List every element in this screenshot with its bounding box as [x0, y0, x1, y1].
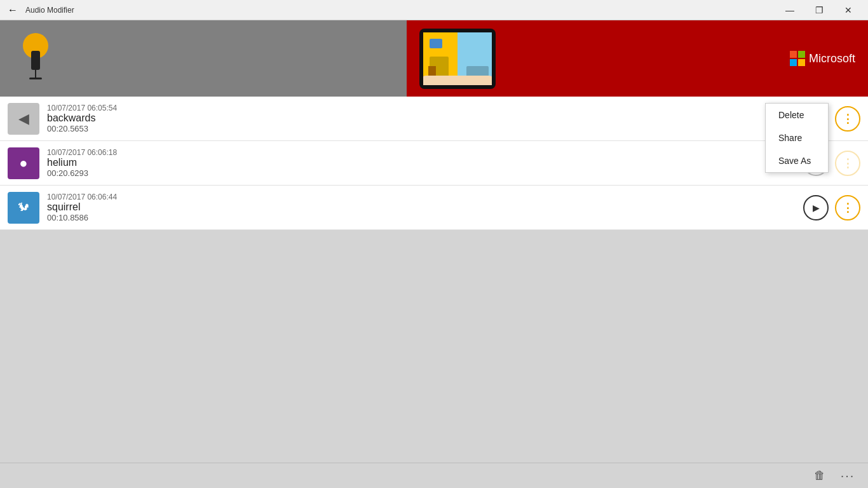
recording-duration: 00:10.8586 [47, 213, 803, 222]
recording-info-backwards: 10/07/2017 06:05:54 backwards 00:20.5653 [47, 104, 803, 133]
app-logo [10, 33, 61, 84]
recording-duration: 00:20.6293 [47, 168, 803, 178]
header-right: Microsoft [407, 20, 868, 97]
recording-thumb-backwards: ◀ [8, 103, 39, 135]
bottom-bar: 🗑 ··· [0, 463, 868, 488]
back-button[interactable] [5, 3, 20, 18]
microsoft-logo: Microsoft [790, 51, 855, 66]
more-button-helium[interactable]: ⋮ [835, 151, 860, 176]
context-menu-share[interactable]: Share [766, 126, 828, 149]
window-controls: — ❐ ✕ [775, 0, 863, 20]
more-options-button[interactable]: ··· [837, 466, 858, 486]
play-button-squirrel[interactable] [803, 195, 829, 220]
mic-base [29, 78, 42, 79]
recording-thumb-squirrel: 🐿 [8, 192, 39, 224]
dots-icon: ⋮ [842, 112, 853, 126]
recording-date: 10/07/2017 06:06:18 [47, 148, 803, 157]
back-icon [8, 4, 18, 16]
more-button-squirrel[interactable]: ⋮ [835, 195, 860, 220]
recording-date: 10/07/2017 06:05:54 [47, 104, 803, 112]
header-left [0, 20, 407, 97]
recording-name: squirrel [47, 201, 803, 213]
tablet-illustration [423, 32, 492, 85]
recording-item: 🐿 10/07/2017 06:06:44 squirrel 00:10.858… [0, 186, 868, 230]
context-menu: Delete Share Save As [765, 103, 829, 173]
context-menu-delete[interactable]: Delete [766, 104, 828, 126]
recording-duration: 00:20.5653 [47, 124, 803, 133]
recording-thumb-helium: ● [8, 147, 39, 179]
recording-list: ◀ 10/07/2017 06:05:54 backwards 00:20.56… [0, 97, 868, 230]
close-button[interactable]: ✕ [834, 0, 863, 20]
recording-name: helium [47, 157, 803, 168]
recording-date: 10/07/2017 06:06:44 [47, 193, 803, 201]
recording-item: ◀ 10/07/2017 06:05:54 backwards 00:20.56… [0, 97, 868, 141]
play-icon [813, 202, 820, 214]
delete-button[interactable]: 🗑 [810, 466, 830, 486]
recording-actions-squirrel: ⋮ [803, 195, 860, 220]
header-banner: Microsoft [0, 20, 868, 97]
dots-icon: ⋮ [842, 156, 853, 170]
recording-item: ● 10/07/2017 06:06:18 helium 00:20.6293 … [0, 141, 868, 186]
recording-actions-backwards: ⋮ Delete Share Save As [803, 106, 860, 132]
app-title: Audio Modifier [25, 6, 74, 15]
recording-info-helium: 10/07/2017 06:06:18 helium 00:20.6293 [47, 148, 803, 178]
minimize-button[interactable]: — [775, 0, 804, 20]
trash-icon: 🗑 [814, 469, 825, 482]
mic-body [31, 51, 40, 70]
empty-area [0, 230, 868, 463]
context-menu-save-as[interactable]: Save As [766, 149, 828, 172]
title-bar: Audio Modifier — ❐ ✕ [0, 0, 868, 20]
microsoft-text: Microsoft [809, 52, 855, 65]
more-icon: ··· [841, 468, 855, 483]
maximize-button[interactable]: ❐ [804, 0, 834, 20]
recording-info-squirrel: 10/07/2017 06:06:44 squirrel 00:10.8586 [47, 193, 803, 222]
dots-icon: ⋮ [842, 201, 853, 215]
more-button-backwards[interactable]: ⋮ [835, 106, 860, 132]
recording-name: backwards [47, 112, 803, 124]
